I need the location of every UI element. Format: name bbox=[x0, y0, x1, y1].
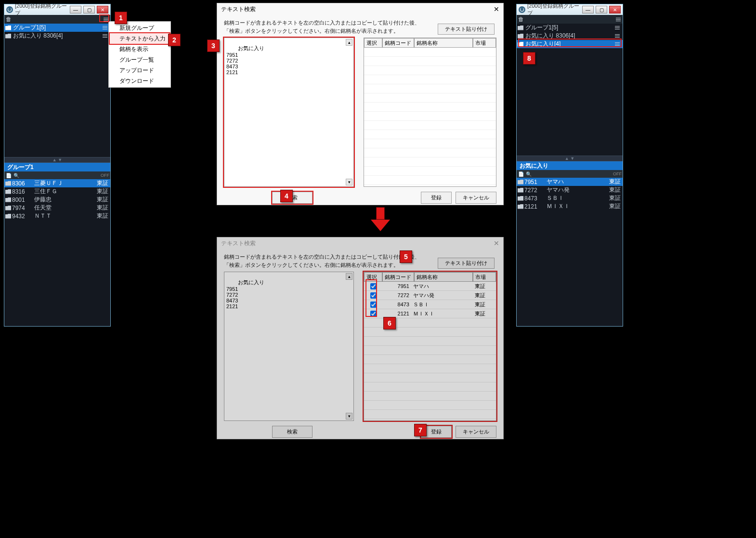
folder-icon bbox=[518, 180, 523, 184]
table-row[interactable]: 7272ヤマハ発東証 bbox=[364, 291, 496, 300]
row-checkbox[interactable] bbox=[370, 311, 377, 317]
group-row[interactable]: グループ1[5] bbox=[4, 24, 110, 32]
minimize-button[interactable]: — bbox=[70, 6, 81, 13]
maximize-button[interactable]: ▢ bbox=[83, 6, 95, 13]
group-label: お気に入り 8306[4] bbox=[13, 32, 99, 40]
stock-row[interactable]: 9432ＮＴＴ東証 bbox=[4, 212, 110, 220]
maximize-button[interactable]: ▢ bbox=[596, 6, 607, 13]
menu-item[interactable]: グループ一覧 bbox=[110, 54, 169, 65]
register-button[interactable]: 登録 bbox=[421, 192, 452, 204]
stock-name: ヤマハ bbox=[547, 178, 608, 186]
stock-code: 7951 bbox=[524, 179, 546, 185]
stock-market: 東証 bbox=[97, 212, 109, 220]
row-menu-icon[interactable] bbox=[613, 42, 622, 46]
group-label: グループ1[5] bbox=[13, 24, 99, 32]
trash-icon[interactable]: 🗑 bbox=[4, 15, 13, 23]
stock-row[interactable]: 7951ヤマハ東証 bbox=[517, 178, 623, 186]
minimize-button[interactable]: — bbox=[582, 6, 594, 13]
stock-code: 2121 bbox=[524, 203, 546, 210]
input-textarea[interactable]: お気に入り 7951 7272 8473 2121 ▴ ▾ bbox=[224, 38, 354, 187]
folder-icon bbox=[518, 204, 523, 209]
col-name[interactable]: 銘柄名称 bbox=[414, 272, 473, 282]
callout-2: 2 bbox=[168, 34, 181, 46]
stock-row[interactable]: 8473ＳＢＩ東証 bbox=[517, 194, 623, 202]
menu-item[interactable]: 新規グループ bbox=[110, 23, 169, 33]
row-checkbox[interactable] bbox=[370, 302, 377, 308]
stock-name: 任天堂 bbox=[34, 204, 96, 212]
group-label: お気に入り 8306[4] bbox=[525, 32, 611, 40]
menu-item[interactable]: ダウンロード bbox=[110, 76, 169, 86]
row-checkbox[interactable] bbox=[370, 292, 377, 299]
search-button[interactable]: 検索 bbox=[272, 426, 313, 438]
down-arrow-icon bbox=[371, 207, 390, 231]
cancel-button[interactable]: キャンセル bbox=[456, 192, 496, 204]
col-market[interactable]: 市場 bbox=[473, 272, 496, 282]
row-menu-icon[interactable] bbox=[613, 26, 622, 29]
context-menu: 新規グループテキストから入力銘柄を表示グループ一覧アップロードダウンロード bbox=[108, 21, 171, 88]
group-row[interactable]: お気に入り[4] bbox=[517, 40, 623, 48]
stock-code: 8473 bbox=[524, 195, 546, 202]
scroll-down-icon[interactable]: ▾ bbox=[346, 413, 352, 420]
cell-market: 東証 bbox=[473, 292, 496, 299]
col-market[interactable]: 市場 bbox=[473, 38, 496, 48]
stock-name: 三住ＦＧ bbox=[34, 187, 96, 196]
col-name[interactable]: 銘柄名称 bbox=[414, 38, 473, 48]
table-row[interactable]: 8473ＳＢＩ東証 bbox=[364, 300, 496, 309]
scroll-down-icon[interactable]: ▾ bbox=[346, 179, 352, 185]
menu-item[interactable]: 銘柄を表示 bbox=[110, 44, 169, 54]
dialog-title[interactable]: テキスト検索 ✕ bbox=[217, 237, 503, 249]
text-search-dialog-bottom: テキスト検索 ✕ 銘柄コードが含まれるテキストを左の空白に入力またはコピーして貼… bbox=[217, 237, 504, 439]
paste-button[interactable]: テキスト貼り付け bbox=[438, 258, 495, 269]
titlebar[interactable]: [2000]登録銘柄グループ — ▢ ✕ bbox=[517, 4, 623, 15]
menu-item[interactable]: アップロード bbox=[110, 65, 169, 76]
input-textarea[interactable]: お気に入り 7951 7272 8473 2121 ▴ ▾ bbox=[224, 272, 354, 421]
callout-3: 3 bbox=[207, 39, 220, 52]
group-row[interactable]: お気に入り 8306[4] bbox=[4, 32, 110, 40]
stock-market: 東証 bbox=[609, 186, 622, 194]
stock-row[interactable]: 8001伊藤忠東証 bbox=[4, 196, 110, 204]
col-select[interactable]: 選択 bbox=[364, 38, 382, 48]
cell-market: 東証 bbox=[473, 310, 496, 317]
folder-icon bbox=[5, 206, 11, 210]
paste-button[interactable]: テキスト貼り付け bbox=[438, 24, 495, 35]
stock-row[interactable]: 7272ヤマハ発東証 bbox=[517, 186, 623, 194]
dialog-title[interactable]: テキスト検索 ✕ bbox=[217, 3, 503, 15]
splitter[interactable]: ▲ ▼ bbox=[517, 156, 623, 161]
folder-icon bbox=[5, 26, 11, 30]
active-group-header: お気に入り bbox=[517, 161, 623, 170]
cell-name: ヤマハ bbox=[411, 283, 473, 290]
group-row[interactable]: お気に入り 8306[4] bbox=[517, 32, 623, 40]
col-code[interactable]: 銘柄コード bbox=[382, 272, 414, 282]
callout-7: 7 bbox=[414, 424, 427, 436]
close-button[interactable]: ✕ bbox=[97, 6, 108, 13]
col-select[interactable]: 選択 bbox=[364, 272, 382, 282]
group-row[interactable]: グループ1[5] bbox=[517, 24, 623, 32]
menu-item[interactable]: テキストから入力 bbox=[110, 33, 169, 44]
search-icon[interactable]: 🔍 bbox=[525, 171, 532, 177]
cancel-button[interactable]: キャンセル bbox=[456, 426, 496, 438]
stock-row[interactable]: 8316三住ＦＧ東証 bbox=[4, 187, 110, 196]
search-icon[interactable]: 🔍 bbox=[13, 172, 20, 179]
folder-icon bbox=[518, 196, 523, 201]
copy-icon[interactable]: 📄 bbox=[518, 171, 524, 177]
copy-icon[interactable]: 📄 bbox=[5, 172, 12, 179]
close-icon[interactable]: ✕ bbox=[493, 5, 500, 13]
close-button[interactable]: ✕ bbox=[609, 6, 621, 13]
folder-icon bbox=[5, 214, 11, 219]
splitter[interactable]: ▲ ▼ bbox=[4, 157, 110, 163]
trash-icon[interactable]: 🗑 bbox=[517, 15, 525, 23]
stock-row[interactable]: 7974任天堂東証 bbox=[4, 204, 110, 212]
scroll-up-icon[interactable]: ▴ bbox=[346, 39, 352, 46]
table-row[interactable]: 7951ヤマハ東証 bbox=[364, 282, 496, 291]
titlebar[interactable]: [2000]登録銘柄グループ — ▢ ✕ bbox=[4, 4, 110, 15]
close-icon[interactable]: ✕ bbox=[493, 239, 500, 247]
row-checkbox[interactable] bbox=[370, 283, 377, 289]
stock-row[interactable]: 2121ＭＩＸＩ東証 bbox=[517, 202, 623, 210]
stock-market: 東証 bbox=[609, 202, 622, 210]
row-menu-icon[interactable] bbox=[613, 34, 622, 38]
app-icon bbox=[519, 6, 525, 13]
col-code[interactable]: 銘柄コード bbox=[382, 38, 414, 48]
stock-row[interactable]: 8306三菱ＵＦＪ東証 bbox=[4, 179, 110, 187]
scroll-up-icon[interactable]: ▴ bbox=[346, 273, 352, 280]
menu-icon[interactable] bbox=[614, 15, 623, 23]
